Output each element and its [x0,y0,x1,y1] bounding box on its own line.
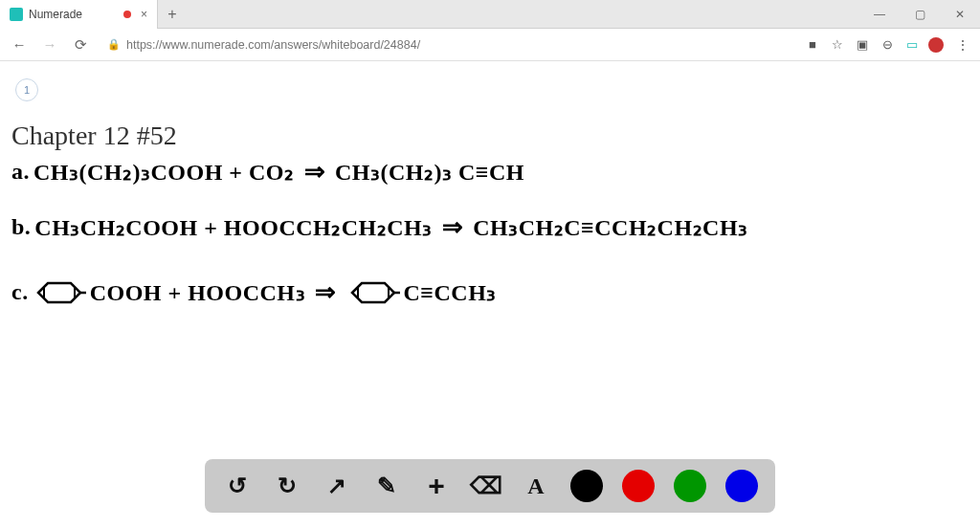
text-tool[interactable]: A [521,471,551,501]
equation-a: a. CH₃(CH₂)₃COOH + CO₂ ⇒ CH₃(CH₂)₃ C≡CH [11,157,524,187]
url-text: https://www.numerade.com/answers/whitebo… [126,38,420,52]
new-tab-button[interactable]: + [158,6,187,23]
arrow-icon: ⇒ [442,212,464,242]
tab-title: Numerade [29,8,118,21]
arrow-icon: ⇒ [304,157,326,187]
browser-menu-button[interactable]: ⋮ [951,32,974,58]
chapter-heading: Chapter 12 #52 [11,121,177,151]
extension-icons: ■ ☆ ▣ ⊖ ▭ [804,36,944,54]
eq-b-left: CH₃CH₂COOH + HOOCCH₂CH₂CH₃ [34,214,432,241]
box-ext-icon[interactable]: ▣ [854,36,871,54]
pointer-tool[interactable]: ↖ [322,471,352,501]
pen-tool[interactable]: ✎ [371,471,402,501]
whiteboard-toolbar: ↺ ↻ ↖ ✎ + ⌫ A [205,459,775,513]
label-b: b. [11,214,31,240]
label-a: a. [11,159,30,185]
eq-b-right: CH₃CH₂C≡CCH₂CH₂CH₃ [473,214,747,241]
browser-titlebar: Numerade × + — ▢ ✕ [0,0,980,29]
eq-c-mid: COOH + HOOCCH₃ [90,279,305,306]
recording-icon [123,11,131,18]
equation-c: c. COOH + HOOCCH₃ ⇒ C≡CCH₃ [11,277,497,307]
window-close-button[interactable]: ✕ [940,0,980,29]
eraser-tool[interactable]: ⌫ [471,471,501,501]
camera-icon[interactable]: ■ [804,36,821,54]
back-button[interactable]: ← [6,32,33,58]
lock-icon: 🔒 [107,38,121,51]
color-green[interactable] [674,470,706,502]
arrow-icon: ⇒ [315,277,337,307]
red-ext-icon[interactable] [928,37,944,53]
color-black[interactable] [570,470,603,502]
page-indicator[interactable]: 1 [15,78,38,101]
print-ext-icon[interactable]: ⊖ [879,36,896,54]
favicon-icon [10,8,23,21]
eq-a-right: CH₃(CH₂)₃ C≡CH [335,159,524,186]
reload-button[interactable]: ⟳ [67,32,94,58]
star-icon[interactable]: ☆ [829,36,846,54]
forward-button[interactable]: → [36,32,63,58]
benzene-ring-icon [33,280,86,305]
redo-button[interactable]: ↻ [272,471,302,501]
whiteboard-content: 1 Chapter 12 #52 a. CH₃(CH₂)₃COOH + CO₂ … [0,61,980,528]
color-red[interactable] [622,470,655,502]
maximize-button[interactable]: ▢ [900,0,940,29]
tab-close-button[interactable]: × [141,8,147,21]
add-tool[interactable]: + [421,471,452,501]
undo-button[interactable]: ↺ [222,471,253,501]
equation-b: b. CH₃CH₂COOH + HOOCCH₂CH₂CH₃ ⇒ CH₃CH₂C≡… [11,212,748,242]
label-c: c. [11,279,29,305]
address-bar: ← → ⟳ 🔒 https://www.numerade.com/answers… [0,29,980,61]
window-controls: — ▢ ✕ [859,0,980,29]
eq-a-left: CH₃(CH₂)₃COOH + CO₂ [33,159,295,186]
screen-ext-icon[interactable]: ▭ [903,36,921,54]
eq-c-right: C≡CCH₃ [404,279,497,306]
minimize-button[interactable]: — [859,0,900,29]
browser-tab[interactable]: Numerade × [0,0,158,29]
url-box[interactable]: 🔒 https://www.numerade.com/answers/white… [98,33,800,57]
color-blue[interactable] [725,470,758,502]
benzene-ring-icon [346,280,400,305]
